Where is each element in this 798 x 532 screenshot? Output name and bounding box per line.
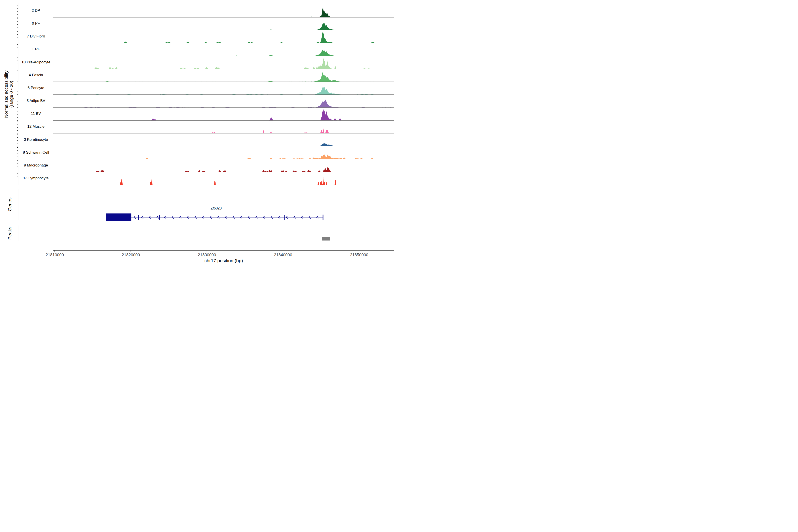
x-tick-label: 21810000 [37, 252, 73, 258]
track-label: 5 Adipo BV [9, 99, 62, 103]
track-signal-area [104, 72, 374, 82]
track-signal-area [70, 86, 374, 95]
track-label: 8 Schwann Cell [9, 150, 62, 155]
track-signal-area [145, 154, 390, 159]
track-label: 4 Fascia [9, 73, 62, 77]
track-signal-area [99, 50, 378, 56]
coverage-plot-figure: Normalized accessibility (range 0 - 20) … [0, 0, 399, 266]
track-label: 9 Macrophage [9, 163, 62, 168]
x-axis-title: chr17 position (bp) [179, 258, 268, 263]
track-signal-area [96, 167, 331, 172]
track-label: 6 Pericyte [9, 86, 62, 90]
track-label: 7 Div Fibro [9, 34, 62, 39]
track-signal-area [151, 109, 341, 120]
track-label: 1 RF [9, 47, 62, 52]
track-signal-area [120, 177, 336, 185]
track-signal-area [78, 32, 378, 43]
track-signal-area [212, 128, 329, 133]
track-label: 3 Keratinocyte [9, 137, 62, 142]
peak-region-box [322, 237, 330, 241]
track-signal-area [94, 58, 370, 69]
gene-name-label: Zfp820 [198, 206, 234, 210]
track-label: 12 Muscle [9, 125, 62, 129]
track-signal-area [71, 23, 386, 30]
x-tick-label: 21840000 [265, 252, 301, 258]
track-signal-area [84, 99, 392, 108]
gene-exon-tick [284, 215, 285, 220]
x-tick-label: 21830000 [189, 252, 225, 258]
x-tick-label: 21820000 [113, 252, 149, 258]
tracks-plot-canvas [0, 0, 399, 266]
gene-end-bar [323, 214, 324, 220]
gene-exon-tick [138, 215, 139, 220]
track-label: 11 BV [9, 112, 62, 116]
y-axis-title-line1: Normalized accessibility [4, 32, 9, 156]
x-tick-label: 21850000 [341, 252, 377, 258]
track-label: 13 Lymphocyte [9, 176, 62, 180]
gene-exon-box [106, 213, 131, 221]
gene-exon-tick [159, 215, 159, 220]
track-label: 10 Pre-Adipocyte [9, 60, 62, 64]
peaks-section-label: Peaks [7, 215, 13, 251]
track-signal-area [67, 7, 391, 17]
track-signal-area [88, 144, 389, 146]
track-label: 0 PF [9, 21, 62, 26]
track-label: 2 DP [9, 8, 62, 13]
